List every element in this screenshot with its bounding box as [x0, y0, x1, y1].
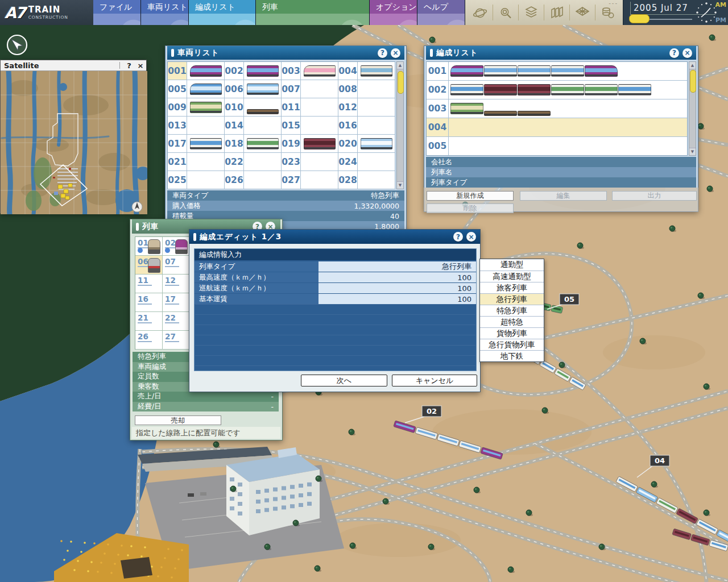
formation-row-003[interactable]: 003 — [427, 99, 687, 118]
dropdown-item-6[interactable]: 超特急 — [480, 316, 544, 327]
dialog-field-value[interactable]: 100 — [318, 272, 476, 282]
formation-row-005[interactable]: 005 — [427, 137, 687, 155]
train-cell-12[interactable]: 12 — [163, 275, 190, 293]
scroll-thumb[interactable] — [398, 71, 404, 94]
vehicle-cell-004[interactable]: 004 — [338, 62, 358, 80]
vehicle-thumb-016[interactable] — [358, 117, 395, 135]
formation-scrollbar[interactable]: ▲▼ — [689, 61, 696, 156]
vehicle-cell-012[interactable]: 012 — [338, 98, 358, 117]
vehicle-cell-001[interactable]: 001 — [168, 62, 187, 80]
formation-list-titlebar[interactable]: 編成リスト ? × — [426, 46, 696, 60]
dropdown-item-5[interactable]: 特急列車 — [480, 305, 544, 316]
vehicle-cell-025[interactable]: 025 — [168, 171, 187, 189]
minimap-canvas[interactable] — [1, 71, 147, 214]
vehicle-cell-016[interactable]: 016 — [338, 117, 358, 135]
close-icon[interactable]: × — [682, 48, 692, 58]
formation-row-004[interactable]: 004 — [427, 118, 687, 137]
menu-tab-6[interactable]: ヘルプ — [417, 0, 465, 25]
mesh-icon[interactable] — [569, 5, 595, 20]
dialog-field-value[interactable]: 急行列車 — [318, 261, 476, 272]
dropdown-item-9[interactable]: 地下鉄 — [480, 350, 544, 361]
vehicle-cell-009[interactable]: 009 — [168, 98, 187, 117]
vehicle-thumb-004[interactable] — [358, 62, 395, 80]
vehicle-cell-017[interactable]: 017 — [168, 135, 187, 153]
train-cell-02[interactable]: 02 — [163, 237, 190, 256]
sell-button[interactable]: 売却 — [135, 415, 221, 425]
time-slider-thumb[interactable] — [629, 14, 650, 23]
close-icon[interactable]: × — [466, 232, 476, 242]
train-cell-06[interactable]: 06 — [135, 256, 163, 275]
vehicle-thumb-024[interactable] — [358, 153, 395, 171]
vehicle-thumb-006[interactable] — [244, 80, 282, 98]
vehicle-thumb-009[interactable] — [187, 98, 225, 117]
vehicle-thumb-002[interactable] — [244, 62, 282, 80]
vehicle-cell-022[interactable]: 022 — [225, 153, 244, 171]
vehicle-cell-013[interactable]: 013 — [168, 117, 187, 135]
vehicle-cell-007[interactable]: 007 — [282, 80, 301, 98]
vehicle-cell-008[interactable]: 008 — [338, 80, 358, 98]
vehicle-thumb-017[interactable] — [187, 135, 225, 153]
train-cell-27[interactable]: 27 — [163, 331, 190, 350]
dropdown-item-1[interactable]: 通勤型 — [480, 259, 544, 271]
menu-tab-1[interactable]: ファイル — [93, 0, 141, 25]
vehicle-cell-011[interactable]: 011 — [282, 98, 301, 117]
vehicle-cell-006[interactable]: 006 — [225, 80, 244, 98]
train-cell-11[interactable]: 11 — [135, 275, 163, 293]
vehicle-cell-019[interactable]: 019 — [282, 135, 301, 153]
menu-tab-2[interactable]: 車両リスト — [141, 0, 189, 25]
vehicle-thumb-027[interactable] — [301, 171, 338, 189]
train-cell-21[interactable]: 21 — [135, 312, 163, 331]
vehicle-cell-023[interactable]: 023 — [282, 153, 301, 171]
vehicle-thumb-025[interactable] — [187, 171, 225, 189]
dropdown-item-2[interactable]: 高速通勤型 — [480, 271, 544, 282]
vehicle-thumb-010[interactable] — [244, 98, 282, 117]
dropdown-item-8[interactable]: 急行貨物列車 — [480, 339, 544, 350]
train-cell-17[interactable]: 17 — [163, 293, 190, 312]
minimap-compass-icon[interactable] — [132, 202, 142, 212]
vehicle-scrollbar[interactable]: ▲▼ — [396, 61, 404, 189]
help-icon[interactable]: ? — [453, 232, 463, 242]
vehicle-thumb-026[interactable] — [244, 171, 282, 189]
vehicle-thumb-007[interactable] — [301, 80, 338, 98]
cancel-button[interactable]: キャンセル — [392, 375, 477, 386]
menu-tab-5[interactable]: オプション — [370, 0, 417, 25]
vehicle-cell-014[interactable]: 014 — [225, 117, 244, 135]
vehicle-thumb-005[interactable] — [187, 80, 225, 98]
dialog-titlebar[interactable]: 編成エディット 1／3 ? × — [189, 230, 480, 244]
next-button[interactable]: 次へ — [301, 375, 387, 386]
train-cell-22[interactable]: 22 — [163, 312, 190, 331]
dropdown-item-3[interactable]: 旅客列車 — [480, 282, 544, 293]
formation-button-1[interactable]: 新規作成 — [427, 191, 514, 201]
vehicle-thumb-020[interactable] — [358, 135, 395, 153]
vehicle-cell-010[interactable]: 010 — [225, 98, 244, 117]
vehicle-thumb-008[interactable] — [358, 80, 395, 98]
vehicle-thumb-023[interactable] — [301, 153, 338, 171]
vehicle-thumb-011[interactable] — [301, 98, 338, 117]
minimap-close-button[interactable]: × — [135, 61, 146, 70]
vehicle-cell-018[interactable]: 018 — [225, 135, 244, 153]
formation-row-002[interactable]: 002 — [427, 81, 687, 99]
vehicle-thumb-014[interactable] — [244, 117, 282, 135]
train-cell-07[interactable]: 07 — [163, 256, 190, 275]
vehicle-cell-027[interactable]: 027 — [282, 171, 301, 189]
close-icon[interactable]: × — [391, 48, 400, 58]
vehicle-thumb-018[interactable] — [244, 135, 282, 153]
vehicle-cell-015[interactable]: 015 — [282, 117, 301, 135]
compass-icon[interactable] — [5, 32, 30, 60]
vehicle-thumb-001[interactable] — [187, 62, 225, 80]
dialog-field-value[interactable]: 100 — [318, 283, 476, 293]
vehicle-thumb-019[interactable] — [301, 135, 338, 153]
dialog-field-value[interactable]: 100 — [318, 294, 476, 304]
pages-icon[interactable] — [544, 5, 569, 20]
vehicle-thumb-013[interactable] — [187, 117, 225, 135]
vehicle-list-titlebar[interactable]: 車両リスト ? × — [167, 46, 404, 60]
menu-tab-4[interactable]: 列車 — [256, 0, 370, 25]
minimap-help-button[interactable]: ? — [123, 61, 135, 70]
vehicle-cell-028[interactable]: 028 — [338, 171, 358, 189]
help-icon[interactable]: ? — [378, 48, 387, 58]
formation-row-001[interactable]: 001 — [427, 62, 687, 81]
vehicle-cell-020[interactable]: 020 — [338, 135, 358, 153]
vehicle-thumb-021[interactable] — [187, 153, 225, 171]
shapes-icon[interactable] — [595, 5, 621, 20]
vehicle-cell-003[interactable]: 003 — [282, 62, 301, 80]
